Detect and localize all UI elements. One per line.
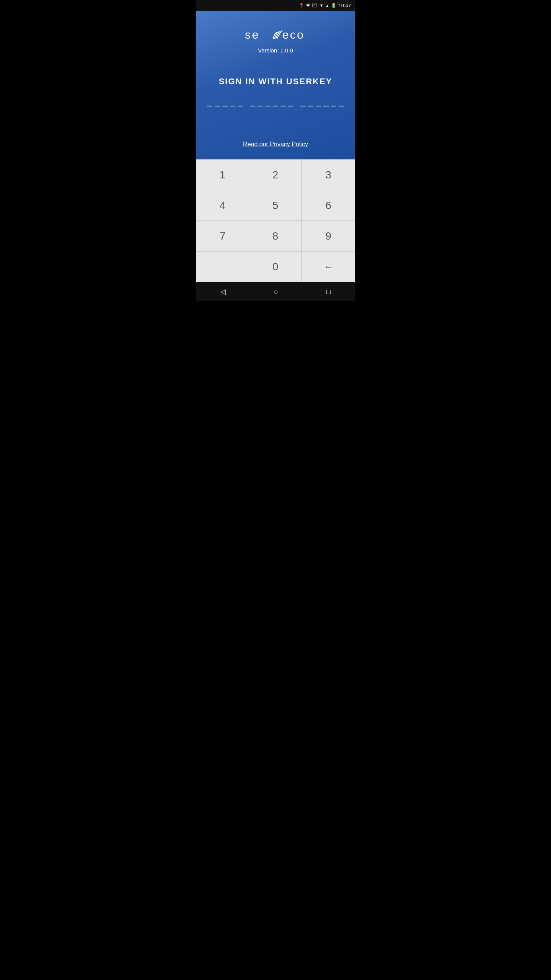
dash <box>238 106 243 106</box>
key-0[interactable]: 0 <box>249 252 302 282</box>
dash <box>222 106 228 106</box>
dash <box>331 106 336 106</box>
location-icon: 📍 <box>299 3 304 8</box>
bluetooth-icon: ✱ <box>306 3 310 8</box>
nav-recent-button[interactable]: □ <box>319 285 338 299</box>
key-1[interactable]: 1 <box>196 160 249 190</box>
seneco-logo-svg: se eco <box>245 26 306 43</box>
dash <box>339 106 344 106</box>
status-icons: 📍 ✱ 📳 ▼ ▲ 🔋 10:47 <box>299 3 351 8</box>
signin-heading: SIGN IN WITH USERKEY <box>219 77 333 87</box>
dash <box>316 106 321 106</box>
logo-container: se eco <box>245 26 306 43</box>
dash <box>323 106 329 106</box>
dash <box>230 106 235 106</box>
nav-home-button[interactable]: ○ <box>266 285 286 299</box>
dash <box>207 106 212 106</box>
key-5[interactable]: 5 <box>249 190 302 221</box>
dash <box>308 106 313 106</box>
key-group-2 <box>250 102 293 106</box>
dash <box>280 106 286 106</box>
privacy-policy-link[interactable]: Read our Privacy Policy <box>243 141 308 148</box>
userkey-display <box>207 102 344 106</box>
dash <box>300 106 306 106</box>
key-backspace[interactable]: ← <box>302 252 355 282</box>
key-9[interactable]: 9 <box>302 221 355 252</box>
nav-back-button[interactable]: ◁ <box>213 284 233 299</box>
battery-icon: 🔋 <box>331 3 336 8</box>
status-time: 10:47 <box>338 3 351 8</box>
key-8[interactable]: 8 <box>249 221 302 252</box>
dash <box>258 106 263 106</box>
signal-icon: ▲ <box>326 3 329 8</box>
status-bar: 📍 ✱ 📳 ▼ ▲ 🔋 10:47 <box>196 0 355 11</box>
wifi-icon: ▼ <box>320 3 324 8</box>
key-2[interactable]: 2 <box>249 160 302 190</box>
keypad: 1 2 3 4 5 6 7 8 9 0 ← <box>196 159 355 282</box>
svg-text:se: se <box>245 28 260 41</box>
dash <box>265 106 271 106</box>
bottom-nav: ◁ ○ □ <box>196 282 355 301</box>
key-4[interactable]: 4 <box>196 190 249 221</box>
key-group-3 <box>300 102 344 106</box>
vibrate-icon: 📳 <box>312 3 318 8</box>
key-7[interactable]: 7 <box>196 221 249 252</box>
dash <box>215 106 220 106</box>
svg-text:eco: eco <box>282 28 305 41</box>
version-text: Version: 1.0.0 <box>258 47 293 54</box>
dash <box>250 106 255 106</box>
key-empty <box>196 252 249 282</box>
key-3[interactable]: 3 <box>302 160 355 190</box>
dash <box>288 106 293 106</box>
key-6[interactable]: 6 <box>302 190 355 221</box>
key-group-1 <box>207 102 243 106</box>
main-content: se eco Version: 1.0.0 SIGN IN WITH USERK… <box>196 11 355 159</box>
dash <box>273 106 278 106</box>
